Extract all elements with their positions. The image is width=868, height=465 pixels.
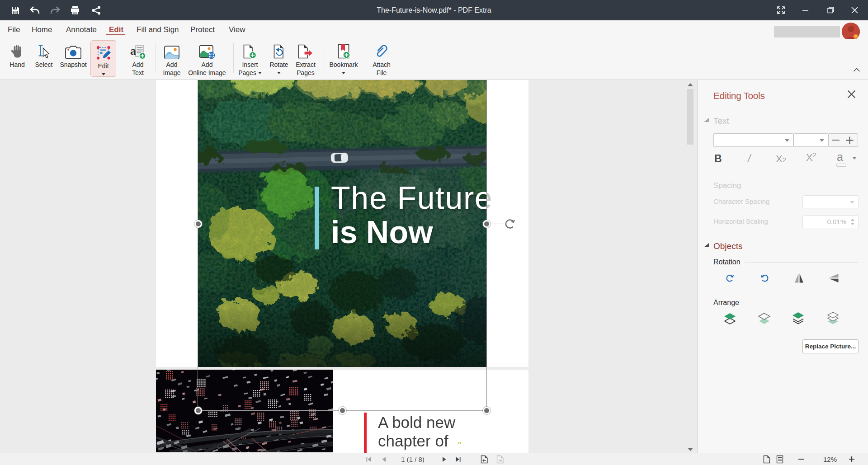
svg-text:a: a — [130, 45, 136, 57]
